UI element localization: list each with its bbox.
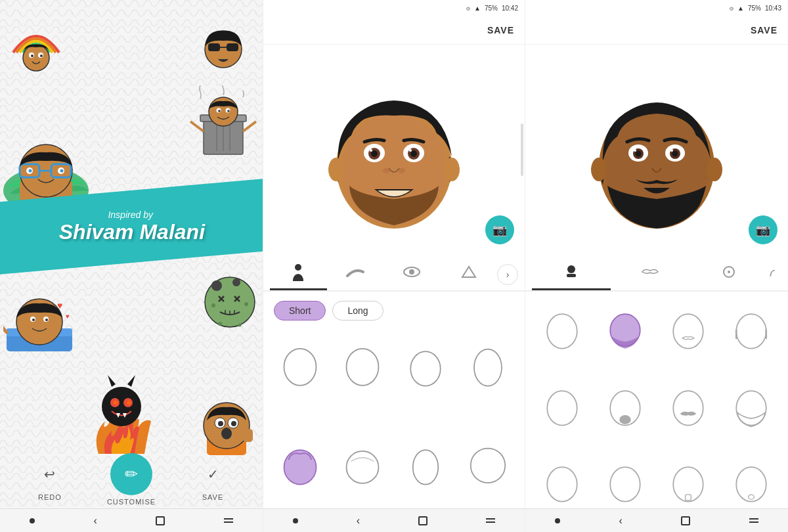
svg-point-110 [670,149,673,152]
tab3-mustache[interactable] [611,255,690,290]
save-button-p1[interactable]: ✓ SAVE [196,458,229,501]
hair-style-5[interactable] [271,431,329,489]
hair-style-2[interactable] [334,332,392,390]
svg-point-1 [23,45,49,71]
panel2-header: SAVE [263,16,525,45]
panel1-toolbar: ↩ REDO ✏ CUSTOMISE ✓ SAVE [0,453,263,506]
redo-button[interactable]: ↩ REDO [33,458,66,501]
svg-marker-64 [127,375,135,387]
svg-point-29 [29,169,32,173]
svg-point-45 [244,302,248,306]
nav-home-dot[interactable] [30,518,35,523]
panel3-tab-bar [525,255,788,292]
nav3-menu-btn[interactable] [749,518,758,523]
nav2-home-dot[interactable] [293,518,298,523]
beard-style-10[interactable] [596,453,654,510]
bluetooth-icon: ⌾ [466,5,470,12]
panel3-nav-bar: ‹ [525,508,788,532]
tab-next-button[interactable]: › [497,264,518,285]
nav-back-btn[interactable]: ‹ [93,515,97,527]
svg-point-44 [211,303,215,307]
hair-style-3[interactable] [397,332,454,390]
hair-style-8[interactable] [460,431,517,489]
signal3-icon: ▲ [737,5,744,12]
tab-hat[interactable] [441,255,498,290]
hair-style-4[interactable] [460,332,517,390]
svg-line-15 [190,122,204,131]
hair-style-7[interactable] [397,431,454,489]
svg-rect-72 [243,429,253,442]
beard-style-11[interactable] [659,453,717,510]
filter-short-button[interactable]: Short [274,301,326,321]
panel3-status-bar: ⌾ ▲ 75% 10:43 [525,0,788,16]
nav3-recents-btn[interactable] [681,516,690,525]
panel2-nav-bar: ‹ [263,508,525,532]
scared-sticker [197,393,256,461]
beard-style-3[interactable] [659,299,717,357]
rainbow-sticker [3,13,69,75]
panel3-save-button[interactable]: SAVE [751,25,777,35]
tab-body[interactable] [270,255,327,290]
bt3-icon: ⌾ [730,5,733,12]
panel2-filter-tabs: Short Long [263,292,525,330]
zombie-sticker [200,273,259,341]
nav3-back-btn[interactable]: ‹ [619,515,622,527]
redo-icon: ↩ [33,458,66,491]
svg-point-85 [399,168,405,173]
svg-point-52 [45,319,48,321]
svg-point-80 [371,150,378,157]
panel3-avatar-preview: 📷 [525,45,788,255]
panel2-save-button[interactable]: SAVE [487,25,514,35]
panel2-avatar-preview: 📷 [263,45,525,255]
svg-point-5 [40,55,43,57]
svg-point-4 [31,55,33,57]
panel3-camera-button[interactable]: 📷 [749,215,777,244]
beard-style-5[interactable] [533,376,591,434]
panel2-camera-button[interactable]: 📷 [485,215,514,244]
hair-style-1[interactable] [271,332,329,390]
svg-point-97 [347,451,379,483]
svg-point-109 [634,149,636,152]
sticker-gallery-panel: Inspired by Shivam Malani [0,0,263,532]
scroll-indicator [521,123,523,176]
svg-point-71 [221,428,232,439]
svg-point-111 [591,158,607,181]
tab3-hat[interactable] [532,255,611,290]
beard-style-7-mustache[interactable] [659,376,717,434]
svg-point-123 [547,391,577,426]
beard-style-6-goatee[interactable] [596,376,654,434]
tab-eyebrow[interactable] [327,255,384,290]
svg-text:♥: ♥ [57,300,62,311]
svg-point-133 [749,495,755,499]
tab3-partial[interactable] [768,255,781,290]
svg-line-53 [3,321,7,332]
signal-icon: ▲ [474,5,481,12]
svg-point-132 [736,467,766,502]
sunglasses-sticker [194,13,253,75]
nav-menu-btn[interactable] [224,518,233,523]
svg-point-82 [370,149,372,152]
svg-point-33 [211,280,222,291]
beard-style-2-selected[interactable] [596,299,654,357]
svg-point-88 [295,264,301,271]
beard-style-9[interactable] [533,453,591,510]
beard-style-12[interactable] [722,453,780,510]
svg-point-128 [547,467,577,502]
svg-point-129 [610,467,640,502]
customise-button[interactable]: ✏ CUSTOMISE [107,453,156,506]
svg-point-31 [60,169,64,173]
nav2-back-btn[interactable]: ‹ [357,515,360,527]
tab3-circle[interactable] [690,255,768,290]
beard-style-4[interactable] [722,299,780,357]
nav2-recents-btn[interactable] [418,516,427,525]
nav3-home-dot[interactable] [555,518,560,523]
nav-recents-btn[interactable] [156,516,165,525]
beard-style-1[interactable] [533,299,591,357]
nav2-menu-btn[interactable] [486,518,495,523]
hair-style-6[interactable] [334,431,392,489]
svg-point-86 [328,158,344,181]
tab-eye[interactable] [383,255,441,290]
beard-style-8-full[interactable] [722,376,780,434]
filter-long-button[interactable]: Long [332,301,383,321]
svg-point-93 [347,349,379,386]
